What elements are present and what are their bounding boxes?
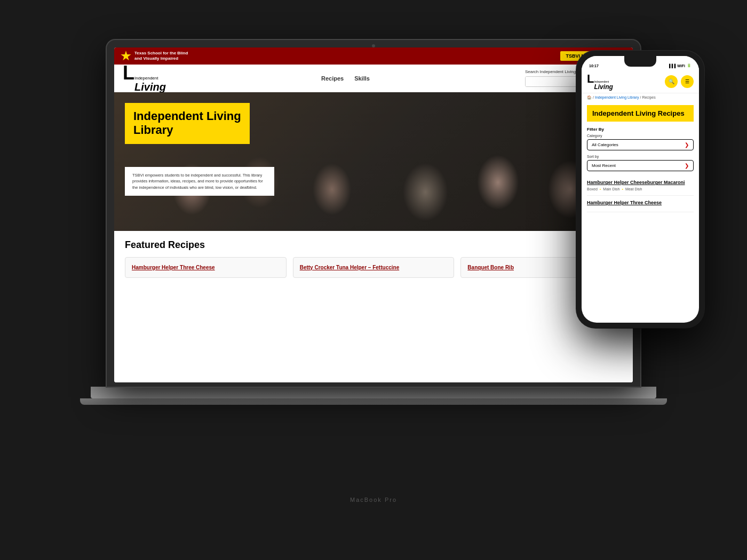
scene: Texas School for the Blind and Visually … bbox=[27, 19, 720, 541]
battery-icon: 🔋 bbox=[687, 63, 692, 68]
hero-title-line1: Independent Living bbox=[133, 109, 241, 123]
phone-search-button[interactable]: 🔍 bbox=[665, 75, 678, 88]
phone-category-arrow-icon: ❯ bbox=[685, 142, 689, 148]
phone-menu-icon: ☰ bbox=[685, 79, 689, 84]
hero-desc-box: TSBVI empowers students to be independen… bbox=[125, 167, 274, 196]
phone-breadcrumb: 🏠 / Independent Living Library / Recipes bbox=[582, 93, 699, 102]
phone-logo-living: Living bbox=[594, 84, 613, 91]
tsbvi-school-name: Texas School for the Blind and Visually … bbox=[134, 51, 188, 62]
laptop-screen: Texas School for the Blind and Visually … bbox=[114, 47, 633, 382]
recipe-card-2-title: Betty Crocker Tuna Helper – Fettuccine bbox=[300, 264, 448, 271]
phone-filter-label: Filter By bbox=[587, 127, 694, 132]
recipe-card-1-title: Hamburger Helper Three Cheese bbox=[132, 264, 280, 271]
phone-recipe-1-tags: Boxed • Main Dish • Meat Dish bbox=[587, 187, 694, 191]
laptop-bezel: Texas School for the Blind and Visually … bbox=[107, 40, 640, 387]
logo-independent-text: Independent bbox=[134, 76, 166, 81]
phone-sort-value: Most Recent bbox=[592, 163, 616, 168]
phone-tag-meat-dish: Meat Dish bbox=[625, 187, 642, 191]
recipe-card-2: Betty Crocker Tuna Helper – Fettuccine bbox=[293, 257, 455, 278]
wifi-icon: WiFi bbox=[677, 64, 685, 68]
phone-category-value: All Categories bbox=[592, 142, 618, 147]
laptop-camera bbox=[372, 44, 375, 47]
nav-links: Recipes Skills bbox=[321, 75, 370, 82]
phone-nav: L Independent Living 🔍 ☰ bbox=[582, 71, 699, 93]
logo-text-group: Independent Living bbox=[134, 76, 166, 93]
breadcrumb-home-icon[interactable]: 🏠 bbox=[587, 95, 592, 100]
laptop-model-label: MacBook Pro bbox=[350, 497, 397, 503]
phone-screen: 10:17 ▐▐▐ WiFi 🔋 L Independent Living bbox=[582, 56, 699, 323]
nav-skills-link[interactable]: Skills bbox=[354, 75, 370, 82]
phone-tag-dot-1: • bbox=[600, 187, 601, 191]
tsbvi-star-icon bbox=[121, 51, 131, 61]
phone-tag-main-dish: Main Dish bbox=[603, 187, 619, 191]
hero-section: Independent Living Library TSBVI empower… bbox=[114, 92, 633, 231]
logo-letter-i: L bbox=[123, 63, 134, 83]
hero-title-line2: Library bbox=[133, 123, 173, 137]
breadcrumb-separator-1: / bbox=[593, 95, 594, 99]
recipe-cards: Hamburger Helper Three Cheese Betty Croc… bbox=[125, 257, 622, 278]
hero-description: TSBVI empowers students to be independen… bbox=[132, 172, 267, 190]
phone-content: Independent Living Recipes Filter By Cat… bbox=[582, 102, 699, 323]
site-logo: L Independent Living bbox=[123, 63, 166, 93]
hero-title-box: Independent Living Library bbox=[125, 103, 250, 144]
featured-title: Featured Recipes bbox=[125, 239, 622, 251]
tsbvi-line1: Texas School for the Blind bbox=[134, 51, 188, 56]
phone-time: 10:17 bbox=[589, 64, 599, 68]
breadcrumb-separator-2: / bbox=[640, 95, 641, 99]
phone-nav-icons: 🔍 ☰ bbox=[665, 75, 694, 88]
phone-recipe-item-2: Hamburger Helper Three Cheese bbox=[587, 196, 694, 212]
phone-tag-dot-2: • bbox=[622, 187, 623, 191]
phone-sort-label: Sort by bbox=[587, 155, 694, 158]
phone-logo-text: Independent Living bbox=[594, 81, 613, 91]
recipe-card-1: Hamburger Helper Three Cheese bbox=[125, 257, 287, 278]
phone-tag-boxed: Boxed bbox=[587, 187, 598, 191]
breadcrumb-recipes: Recipes bbox=[642, 95, 655, 99]
phone-recipe-1-title[interactable]: Hamburger Helper Cheeseburger Macaroni bbox=[587, 180, 694, 185]
signal-icon: ▐▐▐ bbox=[667, 64, 676, 68]
laptop-base-bottom bbox=[80, 398, 667, 405]
phone-search-icon: 🔍 bbox=[669, 79, 674, 84]
phone-status-icons: ▐▐▐ WiFi 🔋 bbox=[667, 63, 692, 68]
phone-sort-select[interactable]: Most Recent ❯ bbox=[587, 160, 694, 171]
hero-title: Independent Living Library bbox=[133, 109, 241, 138]
phone-logo: L Independent Living bbox=[587, 73, 613, 91]
phone-category-select[interactable]: All Categories ❯ bbox=[587, 139, 694, 150]
breadcrumb-library-link[interactable]: Independent Living Library bbox=[595, 95, 639, 99]
phone-menu-button[interactable]: ☰ bbox=[681, 75, 694, 88]
nav-bar: L Independent Living Recipes Skills Sear… bbox=[114, 65, 633, 92]
tsbvi-line2: and Visually Impaired bbox=[134, 56, 188, 61]
laptop-base: MacBook Pro bbox=[91, 387, 656, 398]
phone: 10:17 ▐▐▐ WiFi 🔋 L Independent Living bbox=[576, 51, 704, 328]
top-bar: Texas School for the Blind and Visually … bbox=[114, 47, 633, 65]
phone-logo-l: L bbox=[587, 73, 594, 85]
featured-section: Featured Recipes Hamburger Helper Three … bbox=[114, 231, 633, 382]
phone-notch bbox=[624, 56, 656, 67]
phone-category-label: Category bbox=[587, 134, 694, 138]
phone-section-title: Independent Living Recipes bbox=[587, 105, 694, 122]
phone-recipe-2-title[interactable]: Hamburger Helper Three Cheese bbox=[587, 200, 694, 205]
website: Texas School for the Blind and Visually … bbox=[114, 47, 633, 382]
nav-recipes-link[interactable]: Recipes bbox=[321, 75, 344, 82]
logo-living-text: Living bbox=[134, 81, 166, 93]
phone-sort-arrow-icon: ❯ bbox=[685, 163, 689, 169]
phone-recipe-item-1: Hamburger Helper Cheeseburger Macaroni B… bbox=[587, 175, 694, 196]
top-bar-left: Texas School for the Blind and Visually … bbox=[121, 51, 188, 62]
